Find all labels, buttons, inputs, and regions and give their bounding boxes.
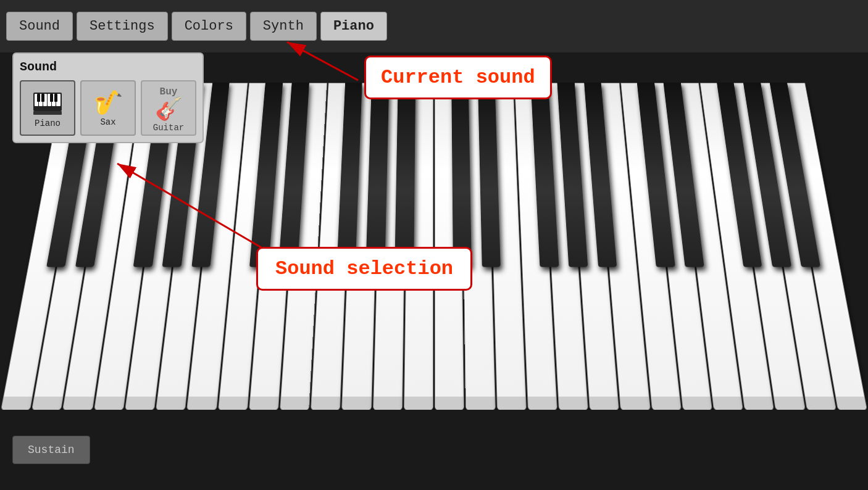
sound-selection-callout: Sound selection [256,247,472,291]
svg-rect-11 [33,111,62,115]
sound-item-piano[interactable]: Piano [20,80,75,136]
tab-colors[interactable]: Colors [172,12,246,41]
buy-label: Buy [160,86,178,98]
sound-items-list: Piano 🎷 Sax Buy 🎸 Guitar [20,80,196,136]
piano-label: Piano [35,118,61,128]
bottom-bar: Sustain [0,410,868,490]
toolbar: Sound Settings Colors Synth Piano [0,0,868,52]
tab-settings[interactable]: Settings [77,12,168,41]
svg-rect-9 [50,94,53,102]
piano-icon [32,88,63,118]
svg-rect-10 [54,94,57,102]
current-sound-callout: Current sound [364,56,552,99]
sax-icon: 🎷 [94,89,123,117]
sax-label: Sax [100,117,115,127]
sound-item-guitar[interactable]: Buy 🎸 Guitar [141,80,196,136]
sound-item-sax[interactable]: 🎷 Sax [80,80,136,136]
tab-synth[interactable]: Synth [250,12,317,41]
tab-sound[interactable]: Sound [6,12,73,41]
sustain-button[interactable]: Sustain [12,436,90,464]
svg-rect-8 [41,94,44,102]
svg-rect-7 [37,94,40,102]
sound-panel-title: Sound [20,60,196,74]
current-sound-label: Current sound [381,66,535,89]
tab-piano[interactable]: Piano [320,12,387,41]
guitar-label: Guitar [153,123,184,133]
guitar-icon: 🎸 [155,96,183,123]
sound-selection-label: Sound selection [275,257,453,280]
sound-panel: Sound Piano 🎷 Sax [12,52,204,143]
